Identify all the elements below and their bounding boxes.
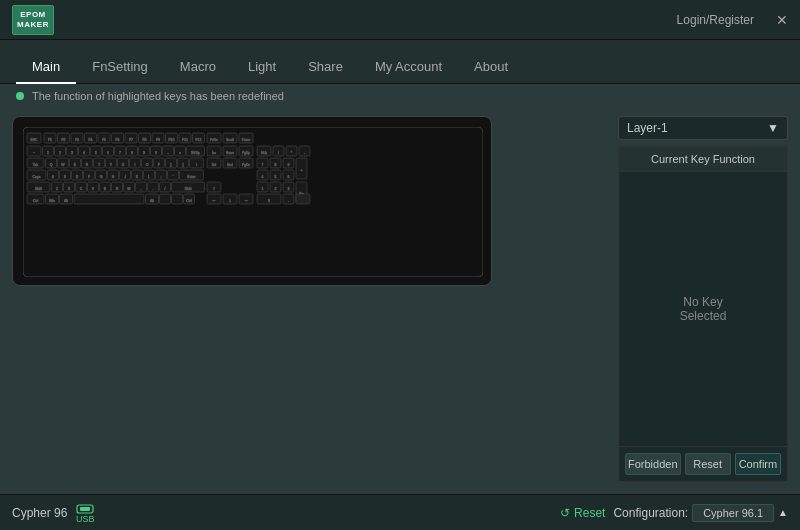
nav-item-main[interactable]: Main xyxy=(16,51,76,84)
title-actions: Login/Register ✕ xyxy=(677,12,788,28)
svg-text:Ins: Ins xyxy=(212,151,217,155)
title-bar: EPOM MAKER Login/Register ✕ xyxy=(0,0,800,40)
svg-text:[: [ xyxy=(171,163,172,167)
svg-text:ESC: ESC xyxy=(30,138,38,142)
device-name: Cypher 96 xyxy=(12,506,67,520)
reset-key-button[interactable]: Reset xyxy=(685,453,731,475)
svg-text:2: 2 xyxy=(275,187,277,191)
svg-text:1: 1 xyxy=(262,187,264,191)
nav-bar: Main FnSetting Macro Light Share My Acco… xyxy=(0,40,800,84)
config-arrow-icon[interactable]: ▲ xyxy=(778,507,788,518)
svg-text:5: 5 xyxy=(95,151,97,155)
svg-text:6: 6 xyxy=(288,175,290,179)
status-right: ↺ Reset Configuration: Cypher 96.1 ▲ xyxy=(560,504,788,522)
svg-text:O: O xyxy=(146,163,149,167)
svg-text:PgUp: PgUp xyxy=(242,151,250,155)
svg-text:←: ← xyxy=(212,197,217,203)
svg-text:L: L xyxy=(148,175,150,179)
svg-text:End: End xyxy=(227,163,233,167)
svg-text:Win: Win xyxy=(49,199,55,203)
svg-text:8: 8 xyxy=(131,151,133,155)
svg-text:+: + xyxy=(300,168,302,172)
key-function-box: Current Key Function No Key Selected For… xyxy=(618,146,788,482)
login-register-link[interactable]: Login/Register xyxy=(677,13,754,27)
svg-rect-192 xyxy=(160,194,171,204)
reset-label: Reset xyxy=(574,506,605,520)
svg-text:F10: F10 xyxy=(168,138,174,142)
reset-icon: ↺ xyxy=(560,506,570,520)
config-area: Configuration: Cypher 96.1 ▲ xyxy=(613,504,788,522)
svg-text:7: 7 xyxy=(262,163,264,167)
svg-text:F2: F2 xyxy=(61,138,65,142)
status-bar: Cypher 96 USB ↺ Reset Configuration: Cyp… xyxy=(0,494,800,530)
svg-text:Q: Q xyxy=(50,163,53,167)
svg-text:7: 7 xyxy=(119,151,121,155)
svg-rect-206 xyxy=(296,194,310,204)
svg-text:.: . xyxy=(153,187,154,191)
svg-text:PgDn: PgDn xyxy=(242,163,250,167)
svg-text:F3: F3 xyxy=(75,138,79,142)
svg-text:5: 5 xyxy=(275,175,277,179)
svg-text:6: 6 xyxy=(107,151,109,155)
svg-rect-189 xyxy=(74,194,144,204)
info-bar: The function of highlighted keys has bee… xyxy=(0,84,800,108)
svg-text:0: 0 xyxy=(268,199,270,203)
nav-item-about[interactable]: About xyxy=(458,51,524,84)
nav-item-fnsetting[interactable]: FnSetting xyxy=(76,51,164,84)
status-left: Cypher 96 USB xyxy=(12,502,95,524)
main-area: ESC F1 F2 F3 F4 F5 F6 F7 F8 F9 F10 F11 F… xyxy=(0,108,800,490)
keyboard-svg: ESC F1 F2 F3 F4 F5 F6 F7 F8 F9 F10 F11 F… xyxy=(23,127,483,277)
svg-text:↑: ↑ xyxy=(213,185,216,191)
svg-text:\: \ xyxy=(196,163,197,167)
svg-text:Shift: Shift xyxy=(35,187,42,191)
svg-text:BkSp: BkSp xyxy=(191,151,199,155)
confirm-button[interactable]: Confirm xyxy=(735,453,781,475)
svg-text:,: , xyxy=(141,187,142,191)
svg-text:F6: F6 xyxy=(115,138,119,142)
svg-text:Ctrl: Ctrl xyxy=(186,199,192,203)
svg-text:.: . xyxy=(288,199,289,203)
global-reset-button[interactable]: ↺ Reset xyxy=(560,506,605,520)
usb-label: USB xyxy=(76,514,95,524)
svg-text:;: ; xyxy=(161,175,162,179)
key-panel: Layer-1 ▼ Current Key Function No Key Se… xyxy=(618,116,788,482)
nav-item-macro[interactable]: Macro xyxy=(164,51,232,84)
svg-text:4: 4 xyxy=(83,151,85,155)
nav-item-light[interactable]: Light xyxy=(232,51,292,84)
svg-text:↓: ↓ xyxy=(229,197,232,203)
forbidden-button[interactable]: Forbidden xyxy=(625,453,681,475)
svg-text:/: / xyxy=(165,187,166,191)
svg-text:F8: F8 xyxy=(142,138,146,142)
svg-text:F7: F7 xyxy=(129,138,133,142)
svg-text:→: → xyxy=(244,197,249,203)
svg-text:Del: Del xyxy=(212,163,217,167)
layer-dropdown[interactable]: Layer-1 ▼ xyxy=(618,116,788,140)
svg-text:F11: F11 xyxy=(182,138,188,142)
keyboard-display[interactable]: ESC F1 F2 F3 F4 F5 F6 F7 F8 F9 F10 F11 F… xyxy=(12,116,492,286)
svg-text:4: 4 xyxy=(262,175,264,179)
nav-item-share[interactable]: Share xyxy=(292,51,359,84)
close-button[interactable]: ✕ xyxy=(776,12,788,28)
svg-text:9: 9 xyxy=(143,151,145,155)
nav-item-myaccount[interactable]: My Account xyxy=(359,51,458,84)
svg-text:Enter: Enter xyxy=(187,175,196,179)
no-key-label: No Key Selected xyxy=(680,295,727,323)
svg-text:2: 2 xyxy=(59,151,61,155)
svg-text:Alt: Alt xyxy=(64,199,68,203)
app-logo: EPOM MAKER xyxy=(12,5,54,35)
svg-text:F12: F12 xyxy=(195,138,201,142)
svg-rect-208 xyxy=(80,507,90,511)
svg-text:PrtSc: PrtSc xyxy=(210,138,218,142)
keyboard-section: ESC F1 F2 F3 F4 F5 F6 F7 F8 F9 F10 F11 F… xyxy=(12,116,608,482)
config-value[interactable]: Cypher 96.1 xyxy=(692,504,774,522)
svg-text:Home: Home xyxy=(226,151,234,155)
svg-text:Alt: Alt xyxy=(150,199,154,203)
svg-text:=: = xyxy=(179,151,181,155)
svg-text:1: 1 xyxy=(47,151,49,155)
svg-text:3: 3 xyxy=(288,187,290,191)
svg-text:3: 3 xyxy=(71,151,73,155)
svg-text:Caps: Caps xyxy=(32,175,40,179)
usb-icon: USB xyxy=(75,502,95,524)
svg-text:G: G xyxy=(100,175,103,179)
svg-text:~: ~ xyxy=(33,151,35,155)
